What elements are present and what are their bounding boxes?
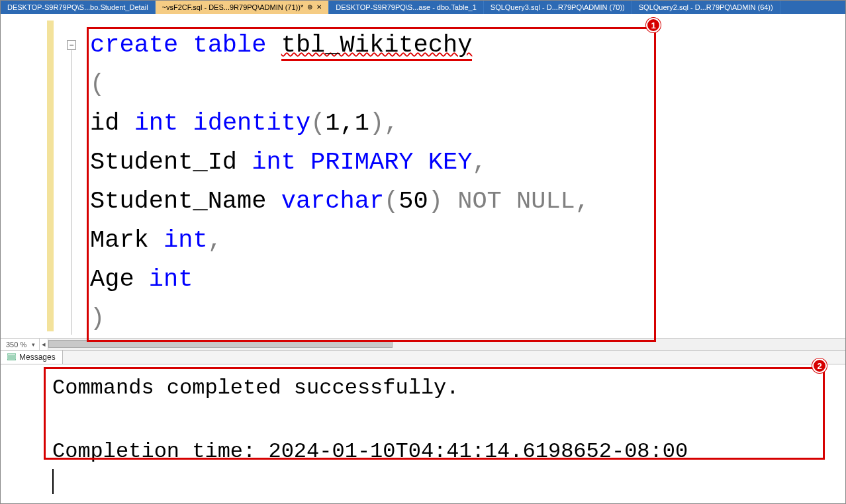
msg-success: Commands completed successfully. [52, 376, 459, 400]
collapse-line [71, 50, 72, 335]
annotation-badge-2: 2 [812, 358, 827, 373]
col-age: Age [90, 265, 134, 293]
tab-label: ~vsF2CF.sql - DES...9R79PQ\ADMIN (71))* [162, 3, 304, 11]
scrollbar-thumb[interactable] [48, 340, 393, 348]
col-student-id: Student_Id [90, 148, 237, 176]
comma: , [384, 109, 399, 137]
col-student-name: Student_Name [90, 187, 266, 215]
code-content[interactable]: create table tbl_Wikitechy ( id int iden… [90, 26, 832, 338]
editor-gutter [1, 14, 47, 338]
scroll-left-button[interactable]: ◂ [39, 339, 48, 350]
sql-editor[interactable]: − create table tbl_Wikitechy ( id int id… [1, 14, 845, 338]
messages-output: Commands completed successfully. Complet… [52, 372, 688, 468]
comma: , [575, 187, 590, 215]
type-int: int [134, 109, 179, 137]
keyword-table: table [193, 31, 266, 59]
tab-messages[interactable]: Messages [1, 351, 63, 364]
messages-icon [7, 353, 16, 361]
keyword-identity: identity [193, 109, 310, 137]
close-paren: ) [90, 304, 105, 332]
editor-footer: 350 % ▾ ◂ [1, 338, 845, 350]
type-int: int [252, 148, 296, 176]
change-marker [47, 21, 54, 331]
open-paren: ( [90, 70, 105, 98]
messages-gutter [1, 364, 40, 503]
table-name: tbl_Wikitechy [281, 31, 473, 61]
msg-completion-label: Completion time: [52, 439, 268, 464]
pin-icon[interactable]: ⊕ [307, 4, 312, 11]
zoom-level[interactable]: 350 % [1, 341, 32, 349]
text-cursor [52, 469, 54, 494]
varchar-len: 50 [399, 187, 428, 215]
comma: , [472, 148, 487, 176]
change-marker-inner [54, 21, 56, 331]
comma: , [208, 226, 222, 254]
tab-dbo-table1[interactable]: DESKTOP-S9R79PQ\S...ase - dbo.Table_1 [329, 1, 484, 14]
results-tabs: Messages [1, 350, 845, 364]
not-null: NOT NULL [457, 187, 575, 215]
tab-label: SQLQuery3.sql - D...R79PQ\ADMIN (70)) [491, 3, 625, 11]
col-mark: Mark [90, 226, 149, 254]
messages-panel[interactable]: Commands completed successfully. Complet… [1, 364, 845, 503]
collapse-toggle[interactable]: − [67, 40, 76, 50]
type-varchar: varchar [281, 187, 384, 215]
tab-label: DESKTOP-S9R79PQ\S...ase - dbo.Table_1 [336, 3, 477, 11]
zoom-dropdown-icon[interactable]: ▾ [32, 341, 39, 348]
type-int: int [164, 226, 208, 254]
annotation-badge-1: 1 [646, 18, 661, 32]
tab-sqlquery5[interactable]: SQLQuery2.sql - D...R79PQ\ADMIN (64)) [632, 1, 780, 14]
col-id: id [90, 109, 119, 137]
tab-sqlquery3[interactable]: SQLQuery3.sql - D...R79PQ\ADMIN (70)) [484, 1, 632, 14]
tab-vsf2cf-sql[interactable]: ~vsF2CF.sql - DES...9R79PQ\ADMIN (71))* … [156, 1, 330, 14]
close-icon[interactable]: ✕ [316, 4, 322, 11]
document-tabs: DESKTOP-S9R79PQ\S...bo.Student_Detail ~v… [1, 1, 845, 14]
msg-completion-time: 2024-01-10T04:41:14.6198652-08:00 [268, 439, 688, 464]
keyword-create: create [90, 31, 178, 59]
type-int: int [149, 265, 193, 293]
horizontal-scrollbar[interactable] [48, 339, 845, 350]
messages-tab-label: Messages [19, 353, 56, 362]
tab-student-detail[interactable]: DESKTOP-S9R79PQ\S...bo.Student_Detail [1, 1, 156, 14]
tab-label: SQLQuery2.sql - D...R79PQ\ADMIN (64)) [639, 3, 773, 11]
tab-label: DESKTOP-S9R79PQ\S...bo.Student_Detail [7, 3, 148, 11]
identity-args: 1,1 [325, 109, 369, 137]
primary-key: PRIMARY KEY [310, 148, 472, 176]
